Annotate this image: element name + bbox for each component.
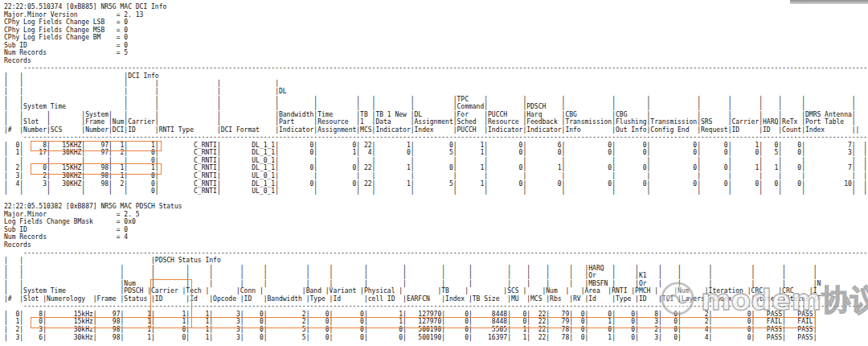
log-pane[interactable]: 22:22:05.510374 [0xB885] NR5G MAC DCI In… (0, 0, 868, 346)
log-text: 22:22:05.510374 [0xB885] NR5G MAC DCI In… (4, 3, 868, 341)
horizontal-scrollbar-fragment[interactable] (790, 0, 868, 4)
